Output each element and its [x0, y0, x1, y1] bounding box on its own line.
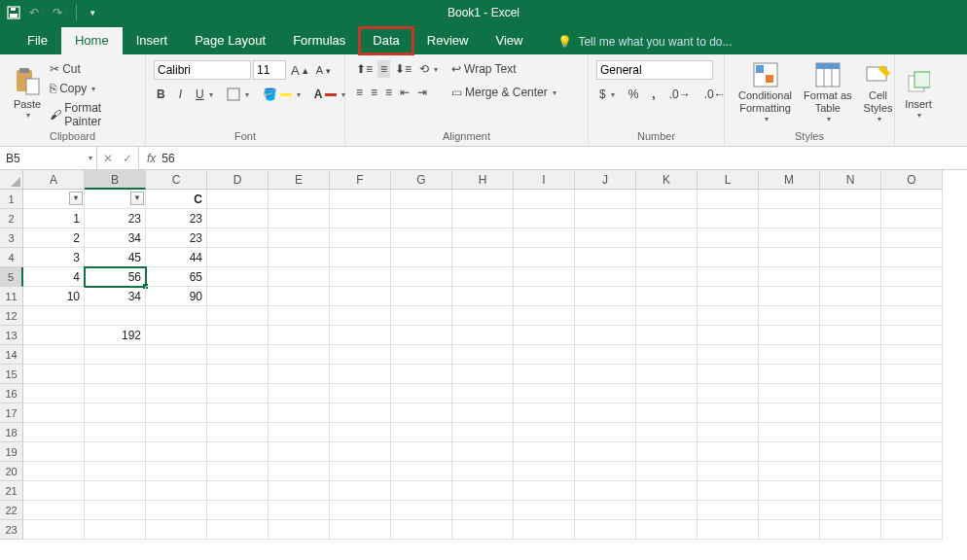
cell[interactable]: [820, 326, 881, 345]
cell[interactable]: [881, 345, 943, 365]
column-header[interactable]: E: [269, 170, 330, 190]
cell[interactable]: [575, 365, 636, 384]
cell[interactable]: [820, 228, 881, 248]
cell[interactable]: [269, 190, 330, 209]
cell[interactable]: [269, 481, 330, 501]
cell[interactable]: [514, 462, 575, 481]
cell[interactable]: [452, 190, 514, 209]
cell[interactable]: [759, 267, 820, 287]
cell[interactable]: [881, 462, 943, 481]
cell[interactable]: [881, 248, 943, 267]
cell[interactable]: [759, 442, 820, 462]
cell[interactable]: 2: [23, 228, 85, 248]
cell[interactable]: [759, 248, 820, 267]
cell[interactable]: [820, 481, 881, 501]
cell[interactable]: [391, 423, 452, 442]
cell[interactable]: [575, 326, 636, 345]
cell[interactable]: [698, 520, 759, 540]
number-format-input[interactable]: [596, 60, 713, 80]
row-header[interactable]: 15: [0, 365, 23, 384]
cell[interactable]: [575, 403, 636, 423]
cell[interactable]: [452, 345, 514, 365]
merge-center-button[interactable]: ▭Merge & Center▾: [448, 84, 559, 101]
cell[interactable]: [207, 365, 269, 384]
cell[interactable]: [636, 345, 698, 365]
cell[interactable]: [85, 403, 146, 423]
cell[interactable]: [23, 462, 85, 481]
cell[interactable]: [207, 248, 269, 267]
cell[interactable]: [391, 501, 452, 520]
cell[interactable]: [881, 442, 943, 462]
cell[interactable]: [759, 326, 820, 345]
cell[interactable]: 192: [85, 326, 146, 345]
cell[interactable]: [636, 365, 698, 384]
cell[interactable]: [330, 462, 391, 481]
cell[interactable]: [820, 248, 881, 267]
cell[interactable]: [820, 423, 881, 442]
cell[interactable]: [881, 520, 943, 540]
cell[interactable]: [207, 228, 269, 248]
cell[interactable]: [575, 190, 636, 209]
cell[interactable]: [391, 287, 452, 306]
cell[interactable]: [330, 384, 391, 403]
border-button[interactable]: ▾: [224, 86, 252, 103]
copy-button[interactable]: ⎘Copy▾: [47, 80, 137, 97]
cell[interactable]: [698, 287, 759, 306]
cell[interactable]: [269, 248, 330, 267]
cell[interactable]: 44: [146, 248, 207, 267]
cell[interactable]: [698, 501, 759, 520]
cell[interactable]: [514, 326, 575, 345]
cell[interactable]: [452, 403, 514, 423]
cell[interactable]: [330, 326, 391, 345]
column-header[interactable]: I: [514, 170, 575, 190]
orientation-button[interactable]: ⟲▾: [416, 60, 441, 78]
cell[interactable]: [698, 267, 759, 287]
decrease-font-button[interactable]: A▾: [313, 62, 334, 78]
cell[interactable]: 34: [85, 228, 146, 248]
cell[interactable]: [820, 520, 881, 540]
row-header[interactable]: 20: [0, 462, 23, 481]
tab-file[interactable]: File: [14, 27, 61, 54]
cell[interactable]: [391, 481, 452, 501]
cell[interactable]: [698, 209, 759, 228]
cell[interactable]: [881, 403, 943, 423]
cell[interactable]: [330, 501, 391, 520]
cell[interactable]: [514, 228, 575, 248]
cell[interactable]: [23, 520, 85, 540]
cell[interactable]: [207, 287, 269, 306]
cell[interactable]: [146, 423, 207, 442]
column-header[interactable]: O: [881, 170, 943, 190]
cell[interactable]: [820, 345, 881, 365]
tab-data[interactable]: Data: [359, 27, 412, 54]
cell[interactable]: [575, 287, 636, 306]
cell[interactable]: A▾: [23, 190, 85, 209]
cell[interactable]: [881, 423, 943, 442]
cell[interactable]: [391, 462, 452, 481]
align-bottom-button[interactable]: ⬇≡: [392, 60, 414, 78]
cell[interactable]: [330, 267, 391, 287]
cell[interactable]: [575, 345, 636, 365]
tab-review[interactable]: Review: [413, 27, 483, 54]
tab-view[interactable]: View: [482, 27, 536, 54]
cell[interactable]: [514, 481, 575, 501]
cell[interactable]: [85, 306, 146, 326]
cell[interactable]: [820, 501, 881, 520]
increase-indent-button[interactable]: ⇥: [414, 84, 430, 101]
cell[interactable]: [881, 287, 943, 306]
cell[interactable]: [269, 267, 330, 287]
cancel-icon[interactable]: ✕: [103, 152, 113, 165]
cell[interactable]: [575, 501, 636, 520]
cell[interactable]: [575, 209, 636, 228]
italic-button[interactable]: I: [176, 86, 185, 103]
cell[interactable]: [698, 462, 759, 481]
column-header[interactable]: C: [146, 170, 207, 190]
column-header[interactable]: M: [759, 170, 820, 190]
cell[interactable]: [820, 190, 881, 209]
cell[interactable]: [636, 501, 698, 520]
cell[interactable]: [636, 403, 698, 423]
cell[interactable]: 23: [85, 209, 146, 228]
row-header[interactable]: 11: [0, 287, 23, 306]
tab-home[interactable]: Home: [61, 27, 123, 54]
cell[interactable]: [575, 520, 636, 540]
formula-input[interactable]: fx 56: [139, 147, 967, 169]
